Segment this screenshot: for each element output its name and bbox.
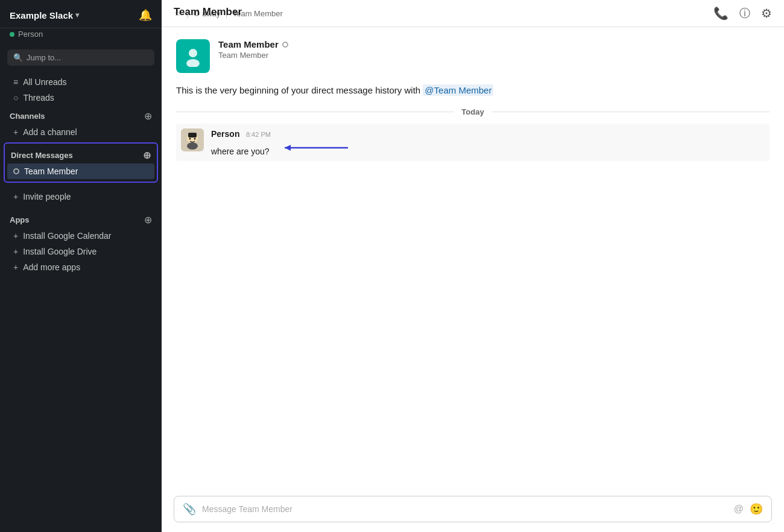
sidebar-item-google-calendar[interactable]: + Install Google Calendar [4, 228, 158, 244]
more-apps-label: Add more apps [23, 262, 80, 272]
online-status-dot [10, 32, 14, 37]
user-intro: Team Member Team Member [176, 39, 770, 73]
add-channel-label: Add a channel [23, 127, 77, 137]
chat-input[interactable]: Message Team Member [202, 504, 728, 514]
threads-label: Threads [23, 93, 54, 103]
sidebar-item-invite-people[interactable]: + Invite people [4, 189, 158, 204]
google-drive-label: Install Google Drive [23, 247, 96, 256]
sidebar-item-threads[interactable]: ○ Threads [4, 90, 158, 106]
svg-marker-9 [285, 145, 291, 151]
message-time: 8:42 PM [246, 131, 271, 138]
intro-paragraph: This is the very beginning of your direc… [176, 85, 770, 95]
chat-header-actions: 📞 ⓘ ⚙ [713, 6, 772, 21]
messages-area: Person 8:42 PM where are you? [176, 124, 770, 167]
dm-section-header[interactable]: Direct Messages ⊕ [5, 146, 157, 163]
team-member-status-icon [13, 168, 19, 174]
user-status: Person [0, 28, 162, 45]
message-content: Person 8:42 PM where are you? [211, 128, 765, 156]
message-avatar [181, 128, 204, 151]
chat-body: Team Member Team Member This is the very… [162, 27, 784, 490]
chat-title-wrap: Team Member [174, 6, 242, 18]
svg-point-1 [186, 59, 200, 67]
intro-text-block: Team Member Team Member [218, 39, 288, 60]
direct-messages-section: Direct Messages ⊕ Team Member [4, 142, 158, 183]
svg-point-5 [189, 138, 191, 140]
svg-point-6 [194, 138, 196, 140]
user-name: Person [18, 30, 43, 39]
add-channel-plus: + [13, 127, 18, 137]
info-icon[interactable]: ⓘ [739, 6, 750, 21]
channels-section-header[interactable]: Channels ⊕ [0, 106, 162, 124]
chat-header: ☆ | away | Team Member Team Member 📞 ⓘ ⚙ [162, 0, 784, 27]
google-calendar-plus: + [13, 231, 18, 241]
sidebar-header: Example Slack ▾ 🔔 [0, 0, 162, 28]
intro-away-icon [282, 42, 288, 48]
sidebar-item-all-unreads[interactable]: ≡ All Unreads [4, 74, 158, 90]
google-calendar-label: Install Google Calendar [23, 231, 111, 241]
message-sender: Person [211, 129, 239, 139]
sidebar-item-team-member[interactable]: Team Member [7, 163, 154, 179]
svg-point-0 [189, 49, 197, 57]
workspace-chevron: ▾ [75, 11, 79, 19]
more-apps-plus: + [13, 262, 18, 272]
chat-input-area: 📎 Message Team Member @ 🙂 [162, 490, 784, 532]
channels-section-title: Channels [10, 112, 45, 121]
all-unreads-label: All Unreads [23, 77, 66, 87]
invite-people-label: Invite people [23, 192, 71, 201]
intro-avatar [176, 39, 210, 73]
phone-icon[interactable]: 📞 [713, 6, 729, 21]
add-channel-icon[interactable]: ⊕ [144, 110, 152, 122]
apps-section-header[interactable]: Apps ⊕ [0, 209, 162, 228]
date-divider: Today [176, 107, 770, 116]
main-panel: ☆ | away | Team Member Team Member 📞 ⓘ ⚙ [162, 0, 784, 532]
search-box[interactable]: 🔍 Jump to... [7, 49, 154, 66]
at-icon[interactable]: @ [734, 504, 744, 515]
sidebar-item-more-apps[interactable]: + Add more apps [4, 259, 158, 275]
message-text: where are you? [211, 141, 765, 156]
bell-icon[interactable]: 🔔 [139, 8, 152, 22]
message-row: Person 8:42 PM where are you? [176, 124, 770, 161]
emoji-input-icon[interactable]: 🙂 [750, 502, 763, 516]
arrow-annotation [279, 141, 351, 156]
dm-section-title: Direct Messages [11, 151, 73, 160]
apps-section-title: Apps [10, 215, 30, 224]
threads-icon: ○ [13, 93, 18, 103]
settings-icon[interactable]: ⚙ [761, 6, 772, 21]
chat-title: Team Member [174, 6, 242, 17]
team-member-label: Team Member [24, 166, 78, 176]
intro-username: Team Member [218, 39, 288, 49]
all-unreads-icon: ≡ [13, 77, 18, 87]
workspace-name[interactable]: Example Slack ▾ [10, 10, 79, 21]
intro-subtitle: Team Member [218, 51, 288, 60]
sidebar: Example Slack ▾ 🔔 Person 🔍 Jump to... ≡ … [0, 0, 162, 532]
add-app-icon[interactable]: ⊕ [144, 214, 152, 226]
add-dm-icon[interactable]: ⊕ [143, 150, 151, 161]
svg-point-7 [187, 142, 198, 150]
mention-tag[interactable]: @Team Member [423, 84, 493, 96]
attach-icon[interactable]: 📎 [183, 502, 196, 516]
chat-input-box: 📎 Message Team Member @ 🙂 [174, 496, 772, 522]
invite-plus-icon: + [13, 192, 18, 201]
workspace-title: Example Slack [10, 10, 73, 21]
search-label: Jump to... [27, 53, 61, 62]
sidebar-item-add-channel[interactable]: + Add a channel [4, 124, 158, 140]
sidebar-item-google-drive[interactable]: + Install Google Drive [4, 244, 158, 259]
svg-rect-4 [188, 133, 197, 138]
search-icon: 🔍 [13, 53, 23, 62]
google-drive-plus: + [13, 247, 18, 256]
